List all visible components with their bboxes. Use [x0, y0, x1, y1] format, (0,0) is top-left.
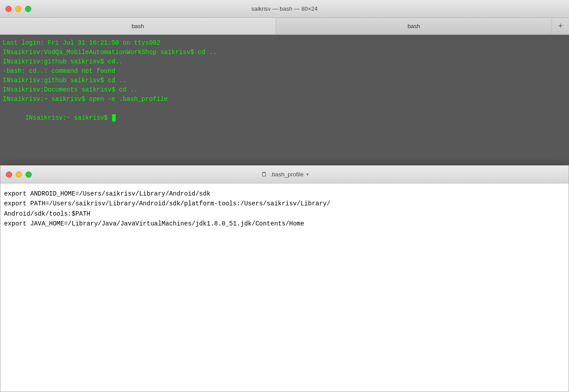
- close-button[interactable]: [5, 6, 12, 12]
- editor-line-1: export ANDROID_HOME=/Users/saikrisv/Libr…: [4, 189, 565, 199]
- editor-line-2: export PATH=/Users/saikrisv/Library/Andr…: [4, 199, 565, 209]
- window-title: saikrisv — bash — 80×24: [251, 5, 318, 12]
- editor-maximize-button[interactable]: [25, 171, 32, 178]
- terminal-line-1: Last login: Fri Jul 31 16:21:50 on ttys0…: [3, 38, 566, 48]
- tab-bash-2[interactable]: bash: [276, 18, 552, 34]
- title-bar: saikrisv — bash — 80×24: [0, 0, 569, 18]
- editor-minimize-button[interactable]: [16, 171, 22, 178]
- terminal-line-5: INsaikrisv:github saikrisv$ cd ..: [3, 76, 566, 85]
- terminal-line-4: -bash: cd..: command not found: [3, 67, 566, 76]
- file-icon: 🗒: [260, 171, 268, 178]
- traffic-light-buttons: [5, 6, 31, 12]
- minimize-button[interactable]: [15, 6, 21, 12]
- maximize-button[interactable]: [25, 6, 31, 12]
- editor-line-4: export JAVA_HOME=/Library/Java/JavaVirtu…: [4, 219, 565, 229]
- editor-title-group: 🗒 .bash_profile ▾: [260, 171, 308, 178]
- tab-add-icon: +: [558, 21, 563, 31]
- tab-add-button[interactable]: +: [552, 18, 569, 34]
- terminal-line-6: INsaikrisv:Documents saikrisv$ cd ..: [3, 85, 566, 95]
- editor-content[interactable]: export ANDROID_HOME=/Users/saikrisv/Libr…: [0, 183, 569, 392]
- editor-filename: .bash_profile: [270, 171, 303, 178]
- editor-line-3: Android/sdk/tools:$PATH: [4, 209, 565, 219]
- tab-bar: bash bash +: [0, 18, 569, 35]
- tab-label-2: bash: [407, 23, 420, 29]
- terminal-window: saikrisv — bash — 80×24 bash bash + Last…: [0, 0, 569, 392]
- terminal-line-7: INsaikrisv:~ saikrisv$ open -e .bash_pro…: [3, 95, 566, 104]
- terminal-line-3: INsaikrisv:github saikrisv$ cd..: [3, 57, 566, 67]
- editor-close-button[interactable]: [6, 171, 12, 178]
- dropdown-arrow-icon[interactable]: ▾: [306, 172, 309, 177]
- editor-window: 🗒 .bash_profile ▾ export ANDROID_HOME=/U…: [0, 165, 569, 392]
- editor-title-bar: 🗒 .bash_profile ▾: [0, 166, 569, 183]
- tab-label-1: bash: [131, 23, 144, 29]
- terminal-line-2: INsaikrisv:VodQa_MobileAutomationWorkSho…: [3, 48, 566, 57]
- tab-bash-1[interactable]: bash: [0, 18, 276, 34]
- terminal-cursor: [112, 114, 116, 121]
- terminal-line-8: INsaikrisv:~ saikrisv$: [3, 104, 566, 132]
- editor-traffic-lights: [6, 171, 32, 178]
